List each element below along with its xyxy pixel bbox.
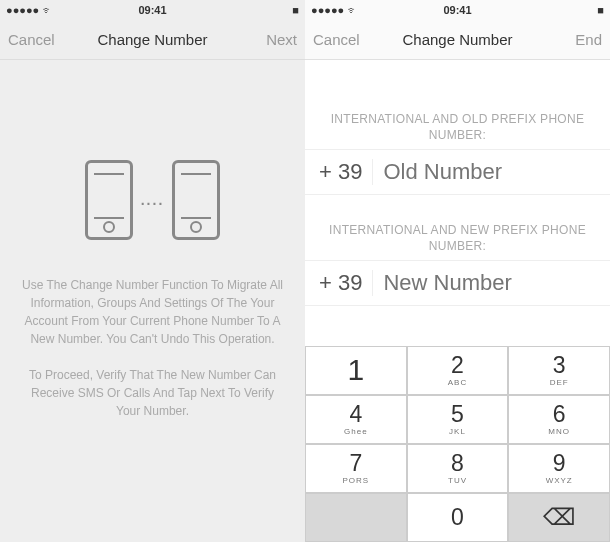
- description-text-2: To Proceed, Verify That The New Number C…: [0, 366, 305, 420]
- new-prefix[interactable]: + 39: [319, 270, 373, 296]
- keypad-key-4[interactable]: 4Ghee: [305, 395, 407, 444]
- battery-icon: ■: [534, 4, 604, 16]
- keypad-key-9[interactable]: 9WXYZ: [508, 444, 610, 493]
- signal-icon: ●●●●● ᯤ: [6, 4, 76, 16]
- keypad-key-1[interactable]: 1: [305, 346, 407, 395]
- status-time: 09:41: [138, 4, 166, 16]
- battery-icon: ■: [229, 4, 299, 16]
- new-number-input[interactable]: [383, 270, 610, 296]
- form-area: INTERNATIONAL AND OLD PREFIX PHONE NUMBE…: [305, 60, 610, 306]
- intro-content: .... Use The Change Number Function To M…: [0, 60, 305, 420]
- keypad-key-5[interactable]: 5JKL: [407, 395, 509, 444]
- end-button[interactable]: End: [542, 31, 602, 48]
- cancel-button[interactable]: Cancel: [313, 31, 373, 48]
- cancel-button[interactable]: Cancel: [8, 31, 68, 48]
- status-time: 09:41: [443, 4, 471, 16]
- phone-icon: [85, 160, 133, 240]
- new-number-label: INTERNATIONAL AND NEW PREFIX PHONE NUMBE…: [305, 223, 610, 254]
- keypad-key-delete[interactable]: ⌫: [508, 493, 610, 542]
- old-prefix[interactable]: + 39: [319, 159, 373, 185]
- phone-icon: [172, 160, 220, 240]
- nav-bar: Cancel Change Number End: [305, 20, 610, 60]
- nav-title: Change Number: [402, 31, 512, 48]
- new-number-row: + 39: [305, 260, 610, 306]
- signal-icon: ●●●●● ᯤ: [311, 4, 381, 16]
- keypad-key-blank: [305, 493, 407, 542]
- old-number-input[interactable]: [383, 159, 610, 185]
- keypad-key-0[interactable]: 0: [407, 493, 509, 542]
- keypad-key-3[interactable]: 3DEF: [508, 346, 610, 395]
- description-text-1: Use The Change Number Function To Migrat…: [0, 276, 305, 348]
- keypad-key-2[interactable]: 2ABC: [407, 346, 509, 395]
- next-button[interactable]: Next: [237, 31, 297, 48]
- old-number-row: + 39: [305, 149, 610, 195]
- numeric-keypad: 1 2ABC 3DEF 4Ghee 5JKL 6MNO 7PORS 8TUV 9…: [305, 346, 610, 542]
- status-bar: ●●●●● ᯤ 09:41 ■: [305, 0, 610, 20]
- dots-icon: ....: [141, 192, 165, 208]
- old-number-label: INTERNATIONAL AND OLD PREFIX PHONE NUMBE…: [305, 112, 610, 143]
- backspace-icon: ⌫: [543, 506, 576, 529]
- nav-bar: Cancel Change Number Next: [0, 20, 305, 60]
- phone-transfer-illustration: ....: [85, 160, 221, 240]
- screen-change-number-form: ●●●●● ᯤ 09:41 ■ Cancel Change Number End…: [305, 0, 610, 542]
- nav-title: Change Number: [97, 31, 207, 48]
- status-bar: ●●●●● ᯤ 09:41 ■: [0, 0, 305, 20]
- keypad-key-8[interactable]: 8TUV: [407, 444, 509, 493]
- keypad-key-6[interactable]: 6MNO: [508, 395, 610, 444]
- screen-change-number-intro: ●●●●● ᯤ 09:41 ■ Cancel Change Number Nex…: [0, 0, 305, 542]
- keypad-key-7[interactable]: 7PORS: [305, 444, 407, 493]
